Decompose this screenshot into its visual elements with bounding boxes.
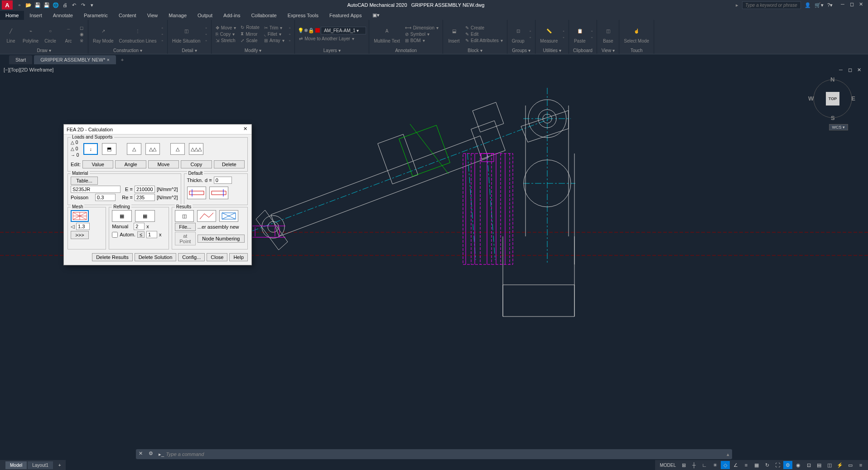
search-input[interactable] [742,1,801,9]
mesh-density-input[interactable] [76,223,90,230]
node-numbering-button[interactable]: Node Numbering [198,235,245,243]
hide-situation-button[interactable]: ◫Hide Situation [170,24,202,44]
web-icon[interactable]: 🌐 [52,1,60,9]
tab-express[interactable]: Express Tools [282,11,324,20]
cmdline-wrench-icon[interactable]: ⚙ [149,451,156,458]
bom-button[interactable]: ⊞ BOM ▾ [404,38,440,43]
file-button[interactable]: File... [175,223,196,231]
thickness-input[interactable] [214,177,232,184]
default-type-1-icon[interactable] [187,187,206,199]
draw-misc-1[interactable]: ◻ [78,25,85,31]
copy-button[interactable]: ⎘ Copy ▾ [214,31,237,37]
save-icon[interactable]: 💾 [34,1,42,9]
close-button[interactable]: Close [207,253,227,261]
panel-title-utilities[interactable]: Utilities ▾ [538,47,565,54]
panel-title-modify[interactable]: Modify ▾ [214,47,292,54]
layer-state-icons[interactable]: 💡❄🔒 [298,28,314,34]
grid-icon[interactable]: ⊞ [679,461,688,469]
material-name-input[interactable] [71,186,121,193]
mesh-icon[interactable] [71,210,89,222]
tab-home[interactable]: Home [0,11,24,20]
tab-view[interactable]: View [142,11,164,20]
trim-button[interactable]: ✂ Trim ▾ [263,25,286,31]
block-edit-button[interactable]: ✎ Edit [464,31,504,37]
layout-model[interactable]: Model [5,461,27,469]
close-icon[interactable]: ✕ [859,1,866,9]
panel-title-detail[interactable]: Detail ▾ [170,47,208,54]
autom-input[interactable] [146,231,157,238]
saveas-icon[interactable]: 💾 [43,1,51,9]
layout-layout1[interactable]: Layout1 [28,461,53,469]
layout-add-button[interactable]: + [54,461,66,469]
maximize-icon[interactable]: ◻ [850,1,857,9]
re-input[interactable] [135,194,155,201]
app-logo[interactable]: A [2,0,13,10]
tab-addins[interactable]: Add-ins [218,11,246,20]
dimension-button[interactable]: ⟷ Dimension ▾ [404,25,440,31]
tab-manage[interactable]: Manage [163,11,192,20]
customize-icon[interactable]: ≡ [856,461,865,469]
units-icon[interactable]: ⊡ [804,461,813,469]
scale-button[interactable]: ⤢ Scale [239,38,260,43]
doc-tab-start[interactable]: Start [9,55,32,64]
refine-2-icon[interactable]: ▦ [135,210,155,222]
polar-icon[interactable]: ✳ [710,461,719,469]
poisson-input[interactable] [95,194,116,201]
arc-button[interactable]: ⌒Arc [60,24,77,44]
delete-results-button[interactable]: Delete Results [92,253,133,261]
delete-button-dlg[interactable]: Delete [214,160,245,168]
table-button[interactable]: Table... [71,177,98,185]
transparency-icon[interactable]: ▦ [752,461,761,469]
support-type-4-icon[interactable]: △△△ [189,143,203,155]
move-button[interactable]: ✥ Move ▾ [214,25,237,31]
tab-insert[interactable]: Insert [24,11,48,20]
load-type-2-icon[interactable]: ⬒ [102,143,116,155]
panel-title-groups[interactable]: Groups ▾ [510,47,533,54]
quickprops-icon[interactable]: ▤ [815,461,824,469]
atpoint-button[interactable]: at Point [175,232,196,245]
support-type-3-icon[interactable]: △ [170,143,185,155]
tab-parametric[interactable]: Parametric [78,11,113,20]
config-button[interactable]: Config... [178,253,205,261]
fillet-button[interactable]: ◟ Fillet ▾ [263,31,286,37]
move-button-dlg[interactable]: Move [148,160,179,168]
autom-le-button[interactable]: ≤ [137,231,145,238]
help-button[interactable]: Help [229,253,248,261]
mtext-button[interactable]: AMultiline Text [372,24,402,44]
panel-title-draw[interactable]: Draw ▾ [3,47,85,54]
group-button[interactable]: ⊡Group [510,24,526,44]
panel-title-construction[interactable]: Construction ▾ [91,47,164,54]
annoscale-icon[interactable]: ⛶ [773,461,782,469]
move-to-layer-button[interactable]: ⇄ Move to Another Layer ▾ [298,36,366,42]
tab-output[interactable]: Output [192,11,218,20]
workspace-icon[interactable]: ⚙ [783,461,792,469]
command-line[interactable]: ✕ ⚙ ▸_ Type a command ▴ [136,449,732,459]
default-type-2-icon[interactable] [209,187,228,199]
ray-button[interactable]: ↗Ray Mode [91,24,116,44]
panel-title-block[interactable]: Block ▾ [446,47,504,54]
draw-misc-2[interactable]: ◉ [78,31,85,37]
new-icon[interactable]: ▫ [15,1,24,9]
result-2-icon[interactable] [197,210,216,222]
result-3-icon[interactable] [219,210,238,222]
doc-add-button[interactable]: + [118,55,127,64]
draw-misc-3[interactable]: ※ [78,38,85,43]
ortho-icon[interactable]: ∟ [700,461,709,469]
cleanscreen-icon[interactable]: ▭ [846,461,855,469]
hardware-icon[interactable]: ⚡ [835,461,844,469]
e-input[interactable] [135,186,155,193]
paste-button[interactable]: 📋Paste [572,24,588,44]
manual-input[interactable] [134,223,145,230]
conslines-button[interactable]: ⋮Construction Lines [117,24,159,44]
osnap-icon[interactable]: ◇ [721,461,730,469]
undo-icon[interactable]: ↶ [70,1,78,9]
cmdline-expand-icon[interactable]: ▴ [727,451,729,457]
circle-button[interactable]: ○Circle [42,24,58,44]
mirror-button[interactable]: ⧗ Mirror [239,31,260,37]
minimize-icon[interactable]: ─ [841,1,848,9]
insert-button[interactable]: ⬓Insert [446,24,462,44]
array-button[interactable]: ⊞ Array ▾ [263,38,286,43]
polyline-button[interactable]: ⌁Polyline [21,24,40,44]
value-button[interactable]: Value [82,160,113,168]
base-button[interactable]: ◫Base [600,24,616,44]
